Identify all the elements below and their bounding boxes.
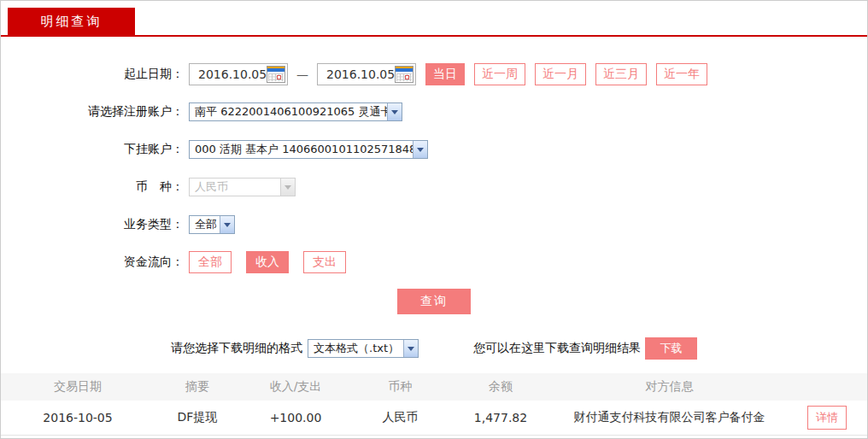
fund-flow-expense-button[interactable]: 支出	[303, 251, 346, 273]
query-form: 起止日期： 2016.10.05 — 2016.10.05	[1, 37, 867, 314]
header-currency: 币种	[351, 373, 449, 401]
cell-amount: +100.00	[240, 401, 351, 435]
business-type-label: 业务类型：	[1, 217, 184, 232]
fund-flow-row: 资金流向： 全部 收入 支出	[1, 251, 867, 273]
fund-flow-all-button[interactable]: 全部	[189, 251, 232, 273]
date-separator: —	[296, 67, 308, 81]
chevron-down-icon	[387, 103, 402, 120]
fund-flow-label: 资金流向：	[1, 255, 184, 270]
quick-range-quarter-button[interactable]: 近三月	[595, 63, 647, 85]
header-balance: 余额	[449, 373, 552, 401]
table-header-row: 交易日期 摘要 收入/支出 币种 余额 对方信息	[1, 373, 867, 401]
sub-account-row: 下挂账户： 000 活期 基本户 1406600101102571848	[1, 138, 867, 161]
register-account-select[interactable]: 南平 6222001406100921065 灵通卡	[189, 102, 402, 121]
end-date-input[interactable]: 2016.10.05	[317, 63, 416, 85]
end-date-value: 2016.10.05	[326, 67, 395, 81]
chevron-down-icon	[413, 141, 427, 158]
download-hint: 您可以在这里下载查询明细结果	[473, 341, 641, 356]
sub-account-select[interactable]: 000 活期 基本户 1406600101102571848	[189, 140, 428, 159]
quick-range-week-button[interactable]: 近一周	[474, 63, 525, 85]
tab-bar: 明细查询	[1, 1, 867, 35]
table-row: 2016-10-05 DF提现 +100.00 人民币 1,477.82 财付通…	[1, 401, 867, 435]
header-counterparty: 对方信息	[552, 373, 787, 401]
business-type-select[interactable]: 全部	[189, 215, 235, 234]
download-format-label: 请您选择下载明细的格式	[171, 341, 302, 356]
chevron-down-icon	[220, 216, 234, 233]
download-format-value: 文本格式（.txt）	[308, 341, 403, 356]
query-button[interactable]: 查询	[397, 289, 471, 314]
start-date-input[interactable]: 2016.10.05	[189, 63, 288, 85]
register-account-value: 南平 6222001406100921065 灵通卡	[190, 104, 387, 120]
header-actions	[787, 373, 867, 401]
date-range-label: 起止日期：	[1, 67, 184, 82]
detail-query-page: 明细查询 起止日期： 2016.10.05 — 2016.10.05	[0, 0, 868, 439]
sub-account-label: 下挂账户：	[1, 142, 184, 157]
business-type-value: 全部	[190, 217, 220, 232]
cell-summary: DF提现	[155, 401, 240, 435]
sub-account-value: 000 活期 基本户 1406600101102571848	[190, 142, 413, 157]
register-account-row: 请选择注册账户： 南平 6222001406100921065 灵通卡	[1, 101, 867, 123]
cell-balance: 1,477.82	[449, 401, 552, 435]
business-type-row: 业务类型： 全部	[1, 214, 867, 236]
results-table: 交易日期 摘要 收入/支出 币种 余额 对方信息 2016-10-05 DF提现…	[1, 373, 867, 436]
cell-counterparty: 财付通支付科技有限公司客户备付金	[552, 401, 787, 435]
calendar-icon[interactable]	[267, 66, 285, 83]
currency-select: 人民币	[189, 178, 296, 196]
download-format-select[interactable]: 文本格式（.txt）	[308, 339, 419, 358]
tab-detail-query[interactable]: 明细查询	[8, 8, 135, 35]
chevron-down-icon	[280, 179, 295, 196]
header-date: 交易日期	[1, 373, 155, 401]
download-row: 请您选择下载明细的格式 文本格式（.txt） 您可以在这里下载查询明细结果 下载	[1, 337, 867, 360]
quick-range-year-button[interactable]: 近一年	[656, 63, 707, 85]
currency-row: 币 种： 人民币	[1, 176, 867, 198]
currency-value: 人民币	[190, 179, 280, 195]
start-date-value: 2016.10.05	[198, 67, 267, 81]
detail-button[interactable]: 详情	[807, 406, 847, 430]
chevron-down-icon	[403, 340, 418, 357]
cell-currency: 人民币	[351, 401, 449, 435]
quick-range-month-button[interactable]: 近一月	[535, 63, 586, 85]
currency-label: 币 种：	[1, 179, 184, 195]
register-account-label: 请选择注册账户：	[1, 104, 184, 120]
header-summary: 摘要	[155, 373, 240, 401]
header-amount: 收入/支出	[240, 373, 351, 401]
calendar-icon[interactable]	[395, 66, 413, 83]
cell-date: 2016-10-05	[1, 401, 155, 435]
quick-range-today-button[interactable]: 当日	[425, 63, 465, 85]
fund-flow-income-button[interactable]: 收入	[246, 251, 289, 273]
download-button[interactable]: 下载	[645, 337, 697, 360]
date-range-row: 起止日期： 2016.10.05 — 2016.10.05	[1, 63, 867, 85]
